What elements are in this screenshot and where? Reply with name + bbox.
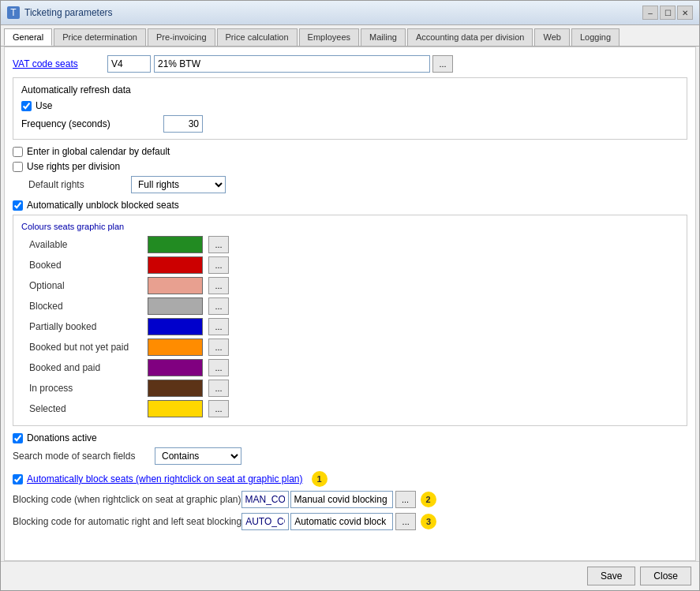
- main-content: VAT code seats ... Automatically refresh…: [4, 47, 696, 561]
- title-bar: T Ticketing parameters – ☐ ✕: [1, 1, 699, 25]
- color-row-partially-booked: Partially booked ...: [21, 318, 679, 335]
- optional-label: Optional: [29, 280, 148, 291]
- optional-browse-btn[interactable]: ...: [208, 277, 229, 294]
- blocked-browse-btn[interactable]: ...: [208, 297, 229, 315]
- frequency-label: Frequency (seconds): [21, 118, 163, 129]
- auto-unblock-row: Automatically unblock blocked seats: [13, 200, 687, 211]
- color-row-in-process: In process ...: [21, 380, 679, 397]
- selected-label: Selected: [29, 403, 148, 414]
- global-calendar-checkbox[interactable]: [13, 147, 23, 157]
- color-row-available: Available ...: [21, 236, 679, 253]
- blocking-code2-code-input[interactable]: [241, 513, 289, 530]
- tab-bar: General Price determination Pre-invoicin…: [1, 25, 699, 47]
- blocking-code2-row: Blocking code for automatic right and le…: [13, 513, 687, 530]
- frequency-input[interactable]: [163, 115, 203, 133]
- color-row-booked: Booked ...: [21, 256, 679, 274]
- window-title: Ticketing parameters: [24, 7, 113, 18]
- vat-description-input[interactable]: [154, 55, 430, 73]
- vat-code-input[interactable]: [107, 55, 151, 73]
- title-bar-left: T Ticketing parameters: [7, 6, 113, 19]
- in-process-label: In process: [29, 383, 148, 394]
- colours-section: Colours seats graphic plan Available ...…: [13, 215, 687, 426]
- tab-pre-invoicing[interactable]: Pre-invoicing: [148, 28, 215, 46]
- minimize-button[interactable]: –: [642, 6, 658, 20]
- vat-code-label[interactable]: VAT code seats: [13, 58, 107, 69]
- auto-block-label: Automatically block seats (when rightcli…: [27, 473, 303, 484]
- auto-unblock-label: Automatically unblock blocked seats: [27, 200, 179, 211]
- in-process-swatch: [148, 380, 203, 397]
- tab-price-calculation[interactable]: Price calculation: [217, 28, 298, 46]
- blocking-code1-badge: 2: [421, 492, 436, 507]
- close-button[interactable]: ✕: [677, 6, 693, 20]
- use-label: Use: [36, 100, 52, 111]
- search-mode-label: Search mode of search fields: [13, 451, 155, 462]
- tab-employees[interactable]: Employees: [299, 28, 359, 46]
- auto-unblock-checkbox[interactable]: [13, 200, 23, 211]
- auto-refresh-use-row: Use: [21, 100, 679, 111]
- blocking-code1-row: Blocking code (when rightclick on seat a…: [13, 491, 687, 508]
- title-bar-buttons: – ☐ ✕: [642, 6, 693, 20]
- main-window: T Ticketing parameters – ☐ ✕ General Pri…: [0, 0, 700, 591]
- partially-booked-label: Partially booked: [29, 321, 148, 332]
- use-rights-label: Use rights per division: [27, 161, 120, 172]
- restore-button[interactable]: ☐: [660, 6, 676, 20]
- partially-booked-browse-btn[interactable]: ...: [208, 318, 229, 335]
- booked-paid-browse-btn[interactable]: ...: [208, 359, 229, 376]
- search-mode-select[interactable]: Contains Starts with Exact match: [155, 447, 241, 465]
- booked-paid-label: Booked and paid: [29, 362, 148, 373]
- tab-mailing[interactable]: Mailing: [361, 28, 406, 46]
- blocking-code1-desc-input[interactable]: [290, 491, 393, 508]
- blocking-code2-browse-btn[interactable]: ...: [395, 513, 416, 530]
- selected-browse-btn[interactable]: ...: [208, 400, 229, 417]
- donations-checkbox[interactable]: [13, 433, 23, 443]
- vat-browse-button[interactable]: ...: [432, 55, 453, 73]
- blocking-code2-label: Blocking code for automatic right and le…: [13, 516, 241, 527]
- tab-logging[interactable]: Logging: [571, 28, 620, 46]
- color-row-selected: Selected ...: [21, 400, 679, 417]
- tab-price-determination[interactable]: Price determination: [54, 28, 146, 46]
- blocking-code1-browse-btn[interactable]: ...: [395, 491, 416, 508]
- close-button[interactable]: Close: [640, 567, 691, 585]
- tab-general[interactable]: General: [4, 28, 52, 46]
- blocked-swatch: [148, 297, 203, 315]
- auto-block-checkbox[interactable]: [13, 474, 23, 484]
- default-rights-select[interactable]: Full rights Read only No rights: [131, 176, 226, 193]
- booked-not-paid-browse-btn[interactable]: ...: [208, 339, 229, 356]
- color-row-optional: Optional ...: [21, 277, 679, 294]
- blocking-code1-code-input[interactable]: [241, 491, 289, 508]
- search-mode-row: Search mode of search fields Contains St…: [13, 447, 687, 465]
- auto-refresh-section: Automatically refresh data Use Frequency…: [13, 77, 687, 140]
- available-browse-btn[interactable]: ...: [208, 236, 229, 253]
- app-icon: T: [7, 6, 20, 19]
- blocking-code2-desc-input[interactable]: [290, 513, 393, 530]
- in-process-browse-btn[interactable]: ...: [208, 380, 229, 397]
- booked-not-paid-label: Booked but not yet paid: [29, 342, 148, 353]
- global-calendar-row: Enter in global calendar by default: [13, 146, 687, 157]
- save-button[interactable]: Save: [587, 567, 635, 585]
- booked-swatch: [148, 256, 203, 274]
- donations-label: Donations active: [27, 432, 97, 443]
- default-rights-row: Default rights Full rights Read only No …: [28, 176, 687, 193]
- use-rights-row: Use rights per division: [13, 161, 687, 172]
- global-calendar-label: Enter in global calendar by default: [27, 146, 170, 157]
- booked-paid-swatch: [148, 359, 203, 376]
- blocking-code2-badge: 3: [421, 514, 436, 529]
- frequency-row: Frequency (seconds): [21, 115, 679, 133]
- color-row-blocked: Blocked ...: [21, 297, 679, 315]
- partially-booked-swatch: [148, 318, 203, 335]
- color-row-booked-not-paid: Booked but not yet paid ...: [21, 339, 679, 356]
- tab-web[interactable]: Web: [534, 28, 569, 46]
- donations-row: Donations active: [13, 432, 687, 443]
- blocked-label: Blocked: [29, 301, 148, 312]
- default-rights-label: Default rights: [28, 179, 131, 190]
- tab-accounting[interactable]: Accounting data per division: [407, 28, 533, 46]
- colours-title: Colours seats graphic plan: [21, 222, 679, 231]
- available-label: Available: [29, 239, 148, 250]
- use-checkbox[interactable]: [21, 101, 32, 111]
- auto-block-badge: 1: [312, 471, 328, 487]
- booked-not-paid-swatch: [148, 339, 203, 356]
- bottom-bar: Save Close: [1, 561, 699, 590]
- booked-browse-btn[interactable]: ...: [208, 256, 229, 274]
- booked-label: Booked: [29, 260, 148, 271]
- use-rights-checkbox[interactable]: [13, 162, 23, 172]
